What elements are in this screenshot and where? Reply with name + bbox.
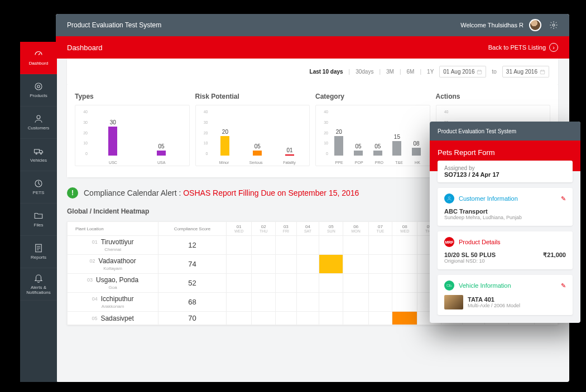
sidebar-item-files[interactable]: Files: [20, 204, 57, 236]
range-30days[interactable]: 30days: [356, 69, 373, 75]
report-form-panel: Product Evaluation Test System Pets Repo…: [430, 122, 580, 323]
truck-icon: [33, 146, 44, 156]
sidebar-item-reports[interactable]: Reports: [20, 236, 57, 268]
topbar: Product Evaluation Test System Welcome T…: [56, 14, 569, 36]
panel-app-title: Product Evaluation Test System: [430, 122, 580, 141]
date-to-input[interactable]: 31 Aug 2016: [502, 66, 549, 78]
calendar-icon: [540, 69, 545, 75]
sidebar-item-customers[interactable]: Customers: [20, 107, 57, 139]
svg-rect-9: [478, 70, 482, 74]
chart-types: Types4030201003005USCUSA: [75, 93, 190, 166]
product-details-card: MRF Product Details 10/20 SL 50 PLUS₹21,…: [438, 231, 573, 269]
app-title: Product Evaluation Test System: [67, 21, 460, 29]
gauge-icon: [33, 49, 44, 59]
sidebar-item-dashbord[interactable]: Dashbord: [20, 42, 57, 74]
edit-icon[interactable]: ✎: [561, 195, 566, 202]
welcome-text: Welcome Thulsidhas R: [460, 22, 523, 28]
date-from-input[interactable]: 01 Aug 2016: [439, 66, 486, 78]
panel-header: Pets Report Form Assigned by SO7123 / 24…: [430, 141, 580, 171]
back-to-listing-link[interactable]: Back to PETS Listing ›: [488, 43, 558, 52]
folder-icon: [33, 211, 44, 221]
sidebar: DashbordProductsCustomersVehiclesPETSFil…: [20, 42, 57, 382]
sidebar-item-products[interactable]: Products: [20, 74, 57, 107]
svg-point-12: [448, 197, 450, 199]
chart-risk-potential: Risk Potential403020100200501MinorSeriou…: [195, 93, 310, 166]
svg-point-2: [37, 115, 40, 119]
range-1y[interactable]: 1Y: [427, 69, 434, 75]
alert-icon: !: [67, 187, 78, 199]
range-3m[interactable]: 3M: [386, 69, 394, 75]
calendar-icon: [477, 69, 482, 75]
date-range-strip: Last 10 days | 30days | 3M | 6M | 1Y 01 …: [67, 59, 558, 85]
svg-rect-10: [540, 70, 545, 74]
heatmap-title: Global / Incident Heatmap: [67, 207, 149, 215]
sidebar-item-vehicles[interactable]: Vehicles: [20, 139, 57, 171]
tire-icon: [33, 81, 44, 91]
bell-icon: [33, 273, 44, 283]
brand-icon: MRF: [444, 237, 454, 247]
svg-point-4: [36, 153, 37, 154]
sidebar-item-pets[interactable]: PETS: [20, 171, 57, 204]
user-icon: [444, 193, 454, 204]
chart-category: Category4030201002005051508PPEPOPPROT&EH…: [315, 93, 430, 166]
sidebar-item-alerts-notifications[interactable]: Alerts & Notifications: [20, 268, 57, 301]
svg-point-1: [37, 85, 40, 88]
pets-icon: [33, 178, 44, 188]
customer-info-card: Customer Information ✎ ABC Transport Sun…: [438, 188, 573, 226]
range-6m[interactable]: 6M: [407, 69, 415, 75]
avatar[interactable]: [529, 19, 541, 31]
svg-rect-3: [35, 149, 40, 153]
svg-point-5: [40, 153, 41, 154]
edit-icon[interactable]: ✎: [561, 282, 566, 289]
svg-point-0: [35, 83, 42, 90]
page-header: Dashboard Back to PETS Listing ›: [56, 36, 569, 59]
page-title: Dashboard: [67, 43, 488, 52]
chevron-right-icon: ›: [549, 43, 558, 52]
report-icon: [33, 243, 44, 253]
user-icon: [33, 114, 44, 124]
vehicle-info-card: Vehicle Information ✎ TATA 401 Multi-Axl…: [438, 275, 573, 315]
vehicle-thumbnail: [444, 295, 463, 309]
assigned-by-box: Assigned by SO7123 / 24 Apr 17: [438, 161, 573, 182]
range-last-10-days[interactable]: Last 10 days: [310, 69, 343, 75]
truck-icon: [444, 280, 454, 291]
svg-rect-13: [447, 284, 450, 286]
gear-icon[interactable]: [549, 21, 558, 30]
svg-point-8: [553, 24, 555, 26]
